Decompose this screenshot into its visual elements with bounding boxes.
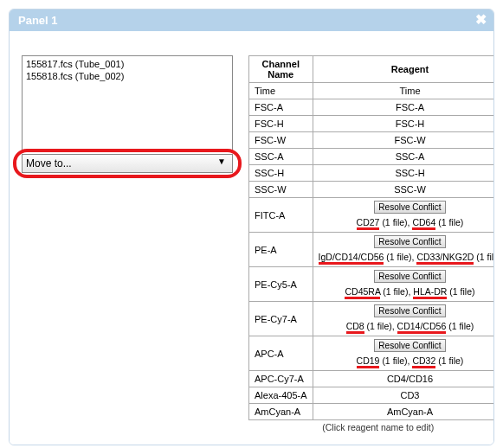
reagent-cell: SSC-A	[313, 149, 494, 165]
conflict-reagent-count: (1 file)	[382, 355, 407, 366]
conflict-segment: CD64 (1 file)	[412, 215, 463, 229]
resolve-conflict-button[interactable]: Resolve Conflict	[374, 270, 445, 283]
conflict-segment: CD27 (1 file)	[357, 215, 408, 229]
left-column: 155817.fcs (Tube_001) 155818.fcs (Tube_0…	[22, 55, 233, 173]
resolve-conflict-button[interactable]: Resolve Conflict	[374, 235, 445, 248]
conflict-reagent-count: (1 file)	[367, 321, 392, 331]
channel-name-cell: APC-Cy7-A	[249, 371, 313, 387]
table-row: PE-AResolve ConflictIgD/CD14/CD56 (1 fil…	[249, 233, 495, 267]
resolve-conflict-button[interactable]: Resolve Conflict	[374, 201, 445, 214]
conflict-segment: HLA-DR (1 file)	[413, 285, 474, 298]
reagent-name[interactable]: SSC-A	[396, 151, 425, 162]
channel-name-cell: SSC-W	[249, 182, 313, 198]
table-row: APC-AResolve ConflictCD19 (1 file), CD32…	[249, 336, 495, 371]
conflict-segment: CD32 (1 file)	[412, 354, 463, 368]
reagent-cell: Resolve ConflictIgD/CD14/CD56 (1 file), …	[313, 233, 494, 267]
list-item[interactable]: 155818.fcs (Tube_002)	[26, 70, 229, 82]
list-item[interactable]: 155817.fcs (Tube_001)	[26, 58, 229, 70]
reagent-cell: CD4/CD16	[313, 371, 494, 387]
conflict-line: CD19 (1 file), CD32 (1 file)	[319, 354, 494, 368]
reagent-name[interactable]: CD4/CD16	[387, 374, 433, 384]
reagent-cell: SSC-W	[313, 182, 494, 198]
channel-name-cell: AmCyan-A	[249, 404, 313, 420]
conflict-reagent-name[interactable]: IgD/CD14/CD56	[319, 252, 384, 265]
channel-name-cell: PE-Cy5-A	[249, 267, 313, 302]
conflict-line: IgD/CD14/CD56 (1 file), CD33/NKG2D (1 fi…	[319, 250, 494, 264]
conflict-reagent-name[interactable]: CD32	[412, 355, 435, 368]
reagent-cell: AmCyan-A	[313, 404, 494, 420]
conflict-segment: CD33/NKG2D (1 file)	[416, 250, 494, 264]
move-to-select[interactable]: Move to...	[22, 154, 233, 173]
edit-hint: (Click reagent name to edit)	[248, 422, 494, 432]
conflict-reagent-name[interactable]: CD45RA	[345, 286, 380, 299]
file-list[interactable]: 155817.fcs (Tube_001) 155818.fcs (Tube_0…	[22, 55, 233, 150]
channel-name-cell: FSC-H	[249, 116, 313, 132]
conflict-reagent-name[interactable]: HLA-DR	[413, 286, 447, 299]
table-row: APC-Cy7-ACD4/CD16	[249, 371, 495, 387]
conflict-line: CD27 (1 file), CD64 (1 file)	[319, 215, 494, 229]
col-header-channel: Channel Name	[249, 56, 313, 83]
table-row: TimeTime	[249, 83, 495, 99]
close-icon[interactable]: ✖	[475, 13, 487, 27]
conflict-reagent-count: (1 file)	[382, 217, 407, 227]
channel-name-cell: SSC-A	[249, 149, 313, 165]
channel-name-cell: PE-Cy7-A	[249, 302, 313, 336]
conflict-reagent-name[interactable]: CD33/NKG2D	[416, 252, 474, 265]
conflict-segment: CD45RA (1 file)	[345, 285, 408, 298]
col-header-reagent: Reagent	[313, 56, 494, 83]
channel-name-cell: Alexa-405-A	[249, 387, 313, 404]
conflict-segment: CD8 (1 file)	[346, 319, 392, 333]
reagent-cell: Time	[313, 83, 494, 99]
conflict-reagent-name[interactable]: CD8	[346, 321, 364, 334]
conflict-reagent-name[interactable]: CD14/CD56	[397, 321, 447, 334]
conflict-reagent-count: (1 file)	[449, 286, 474, 297]
resolve-conflict-button[interactable]: Resolve Conflict	[374, 339, 445, 352]
right-column: Channel Name Reagent TimeTimeFSC-AFSC-AF…	[248, 55, 494, 432]
conflict-reagent-name[interactable]: CD27	[357, 217, 380, 230]
reagent-name[interactable]: Time	[399, 86, 420, 96]
conflict-segment: CD14/CD56 (1 file)	[397, 319, 474, 333]
channel-name-cell: FSC-W	[249, 132, 313, 149]
table-row: Alexa-405-ACD3	[249, 387, 495, 404]
channel-name-cell: FITC-A	[249, 198, 313, 233]
conflict-reagent-count: (1 file)	[438, 217, 463, 227]
move-to-wrap: Move to... ▼	[22, 154, 233, 173]
conflict-segment: CD19 (1 file)	[357, 354, 408, 368]
channel-name-cell: SSC-H	[249, 165, 313, 182]
reagent-name[interactable]: SSC-W	[394, 184, 426, 195]
conflict-reagent-count: (1 file)	[383, 286, 408, 297]
table-row: FSC-HFSC-H	[249, 116, 495, 132]
channel-name-cell: Time	[249, 83, 313, 99]
reagent-name[interactable]: CD3	[400, 390, 419, 400]
reagent-cell: FSC-A	[313, 99, 494, 116]
reagent-cell: Resolve ConflictCD45RA (1 file), HLA-DR …	[313, 267, 494, 302]
reagent-name[interactable]: SSC-H	[395, 168, 424, 178]
reagent-name[interactable]: FSC-H	[396, 118, 425, 129]
conflict-line: CD45RA (1 file), HLA-DR (1 file)	[319, 285, 494, 298]
panel-body: 155817.fcs (Tube_001) 155818.fcs (Tube_0…	[10, 31, 493, 445]
channel-name-cell: PE-A	[249, 233, 313, 267]
reagent-cell: CD3	[313, 387, 494, 404]
conflict-line: CD8 (1 file), CD14/CD56 (1 file)	[319, 319, 494, 333]
conflict-reagent-count: (1 file)	[476, 252, 494, 262]
reagent-name[interactable]: AmCyan-A	[387, 406, 433, 417]
reagent-cell: FSC-W	[313, 132, 494, 149]
reagent-name[interactable]: FSC-A	[396, 102, 424, 112]
conflict-reagent-count: (1 file)	[448, 321, 474, 331]
table-row: PE-Cy7-AResolve ConflictCD8 (1 file), CD…	[249, 302, 495, 336]
resolve-conflict-button[interactable]: Resolve Conflict	[374, 304, 445, 317]
reagent-cell: Resolve ConflictCD27 (1 file), CD64 (1 f…	[313, 198, 494, 233]
table-row: PE-Cy5-AResolve ConflictCD45RA (1 file),…	[249, 267, 495, 302]
panel-header: Panel 1 ✖	[10, 10, 493, 31]
channel-name-cell: APC-A	[249, 336, 313, 371]
panel: Panel 1 ✖ 155817.fcs (Tube_001) 155818.f…	[9, 9, 494, 445]
reagent-name[interactable]: FSC-W	[394, 135, 425, 145]
reagent-cell: Resolve ConflictCD8 (1 file), CD14/CD56 …	[313, 302, 494, 336]
table-row: AmCyan-AAmCyan-A	[249, 404, 495, 420]
conflict-reagent-count: (1 file)	[386, 252, 411, 262]
conflict-reagent-name[interactable]: CD19	[357, 355, 380, 368]
table-row: SSC-HSSC-H	[249, 165, 495, 182]
reagent-cell: Resolve ConflictCD19 (1 file), CD32 (1 f…	[313, 336, 494, 371]
reagent-cell: SSC-H	[313, 165, 494, 182]
conflict-reagent-name[interactable]: CD64	[412, 217, 435, 230]
